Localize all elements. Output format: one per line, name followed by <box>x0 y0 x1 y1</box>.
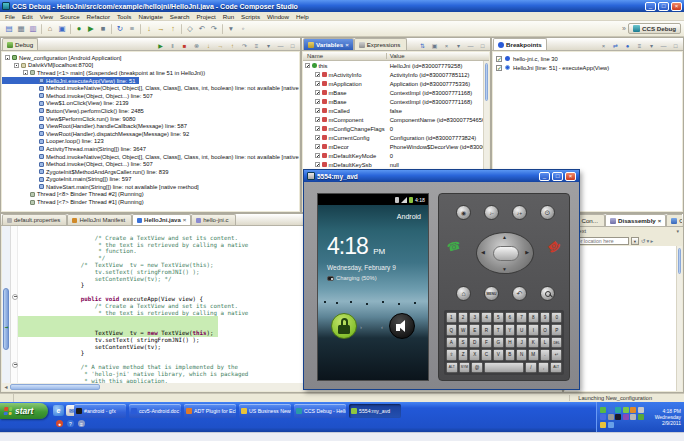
breakpoints-tool-icon[interactable]: ⇄ <box>611 41 620 50</box>
toolbar-icon[interactable]: → <box>155 23 167 35</box>
keyboard-key[interactable]: 2 <box>458 312 469 323</box>
keyboard-key[interactable]: 0 <box>551 312 562 323</box>
quick-launch-icon[interactable]: ● <box>56 420 63 427</box>
variable-row[interactable]: mBase ContextImpl (id=830007771168) <box>303 97 489 106</box>
perspective-overflow-icon[interactable]: » <box>622 25 626 32</box>
debug-tree-item[interactable]: View$1.onClick(View) line: 2139 <box>2 100 133 108</box>
toolbar-icon[interactable]: ◇ <box>184 23 196 35</box>
menu-item[interactable]: Project <box>196 13 215 20</box>
menu-button[interactable]: MENU <box>484 286 499 301</box>
menu-item[interactable]: Source <box>60 13 80 20</box>
keyboard-key[interactable]: D <box>469 337 480 348</box>
keyboard-key[interactable]: 8 <box>528 312 539 323</box>
variable-expand-icon[interactable] <box>315 117 320 122</box>
debug-tree-item[interactable]: ZygoteInit.main(String[]) line: 597 <box>2 176 135 184</box>
emulator-minimize-button[interactable]: _ <box>539 172 550 181</box>
dpad-left-icon[interactable]: ◀ <box>481 249 485 255</box>
keyboard-key[interactable]: 5 <box>493 312 504 323</box>
debug-tree-item[interactable]: ActivityThread.main(String[]) line: 3647 <box>2 145 150 153</box>
keyboard-key[interactable]: 7 <box>516 312 527 323</box>
perspective-button[interactable]: CCS Debug <box>628 23 681 34</box>
expand-toggle-icon[interactable] <box>32 139 39 144</box>
keyboard-key[interactable]: T <box>493 324 504 335</box>
variables-tool-icon[interactable]: — <box>466 41 475 50</box>
keyboard-key[interactable]: Q <box>446 324 457 335</box>
variable-expand-icon[interactable] <box>305 63 310 68</box>
keyboard-key[interactable]: B <box>505 349 516 360</box>
column-value[interactable]: Value <box>387 53 489 59</box>
breakpoints-tool-icon[interactable]: ≡ <box>635 41 644 50</box>
debug-tool-icon[interactable]: ▶ <box>156 41 165 50</box>
breakpoints-tool-icon[interactable]: — <box>659 41 668 50</box>
keyboard-key[interactable]: L <box>540 337 551 348</box>
debug-tree-item[interactable]: ZygoteInit$MethodAndArgsCaller.run() lin… <box>2 168 172 176</box>
variable-row[interactable]: mBase ContextImpl (id=830007771168) <box>303 88 489 97</box>
tray-icon[interactable] <box>600 407 606 413</box>
debug-tool-icon[interactable]: □ <box>288 41 297 50</box>
variables-tool-icon[interactable]: ⇅ <box>418 41 427 50</box>
fast-view-button[interactable] <box>0 394 14 402</box>
debug-tool-icon[interactable]: ↑ <box>228 41 237 50</box>
scrollbar-thumb[interactable] <box>10 384 100 390</box>
phone-screen[interactable]: 4:18 Android 4:18 PM Wednesday, February… <box>317 193 429 381</box>
menu-item[interactable]: Help <box>296 13 309 20</box>
expand-toggle-icon[interactable] <box>32 124 39 129</box>
call-button[interactable]: ☎ <box>446 238 463 254</box>
toolbar-icon[interactable]: ↶ <box>196 23 208 35</box>
dpad-down-icon[interactable]: ▼ <box>502 266 507 272</box>
taskbar-button[interactable]: CCS Debug - HelloJni... <box>294 404 346 418</box>
dpad-center-button[interactable] <box>493 246 519 261</box>
expand-toggle-icon[interactable] <box>23 200 30 205</box>
toolbar-icon[interactable]: ▦ <box>15 23 27 35</box>
tray-icon[interactable] <box>638 414 644 420</box>
toolbar-icon[interactable] <box>70 24 71 34</box>
debug-tree-item[interactable]: Looper.loop() line: 123 <box>2 138 108 146</box>
debug-tree-item[interactable]: Thread [<1> main] (Suspended (breakpoint… <box>2 69 209 77</box>
expand-toggle-icon[interactable] <box>32 162 39 167</box>
expand-toggle-icon[interactable] <box>32 93 39 98</box>
toolbar-icon[interactable]: ◦ <box>237 23 249 35</box>
scrollbar-thumb[interactable] <box>678 248 681 274</box>
keyboard-key[interactable]: R <box>481 324 492 335</box>
keyboard-key[interactable]: M <box>528 349 539 360</box>
tray-icon[interactable] <box>630 407 636 413</box>
emulator-title-bar[interactable]: 5554:my_avd _ □ × <box>304 170 579 182</box>
expand-toggle-icon[interactable] <box>32 177 39 182</box>
keyboard-key[interactable]: S <box>458 337 469 348</box>
debug-tool-icon[interactable]: ▾ <box>264 41 273 50</box>
keyboard-key[interactable]: K <box>528 337 539 348</box>
tray-icon[interactable] <box>608 422 614 428</box>
editor-tab[interactable]: hello-jni.c <box>191 214 235 225</box>
debug-tool-icon[interactable]: ↓ <box>204 41 213 50</box>
variables-tab[interactable]: Variables × <box>303 38 354 50</box>
breakpoint-item[interactable]: hello-jni.c, line 30 <box>493 54 682 63</box>
tray-icon[interactable] <box>630 414 636 420</box>
taskbar-button[interactable]: #android - gfx <box>74 404 126 418</box>
toolbar-icon[interactable]: ▶ <box>85 23 97 35</box>
variable-expand-icon[interactable] <box>315 144 320 149</box>
toolbar-icon[interactable]: ● <box>73 23 85 35</box>
quick-launch-icon[interactable]: ≡ <box>78 420 85 427</box>
toolbar-icon[interactable]: ↻ <box>114 23 126 35</box>
expand-toggle-icon[interactable] <box>32 108 39 113</box>
debug-tree-item[interactable]: DalvikVM[localhost:8700] <box>2 62 97 70</box>
debug-tree-item[interactable]: ViewRoot(Handler).handleCallback(Message… <box>2 122 191 130</box>
debug-tool-icon[interactable]: ‖ <box>168 41 177 50</box>
variable-expand-icon[interactable] <box>315 135 320 140</box>
variable-row[interactable]: this HelloJni (id=830007779258) <box>303 61 489 70</box>
close-tab-icon[interactable]: × <box>345 42 349 48</box>
keyboard-key[interactable]: A <box>446 337 457 348</box>
tray-icon[interactable] <box>615 407 621 413</box>
home-button[interactable] <box>456 286 471 301</box>
debug-tree-item[interactable]: View$PerformClick.run() line: 9080 <box>2 115 139 123</box>
variable-expand-icon[interactable] <box>315 72 320 77</box>
tray-icon[interactable] <box>600 414 606 420</box>
variables-tab[interactable]: Expressions <box>354 38 408 50</box>
variable-expand-icon[interactable] <box>315 108 320 113</box>
keyboard-key[interactable]: / <box>525 362 537 373</box>
variable-row[interactable]: mDecor PhoneWindow$DecorView (id=8300077… <box>303 142 489 151</box>
keyboard-key[interactable]: U <box>516 324 527 335</box>
breakpoint-checkbox[interactable] <box>496 65 502 71</box>
debug-tool-icon[interactable]: ■ <box>180 41 189 50</box>
toolbar-icon[interactable]: ⌂ <box>44 23 56 35</box>
